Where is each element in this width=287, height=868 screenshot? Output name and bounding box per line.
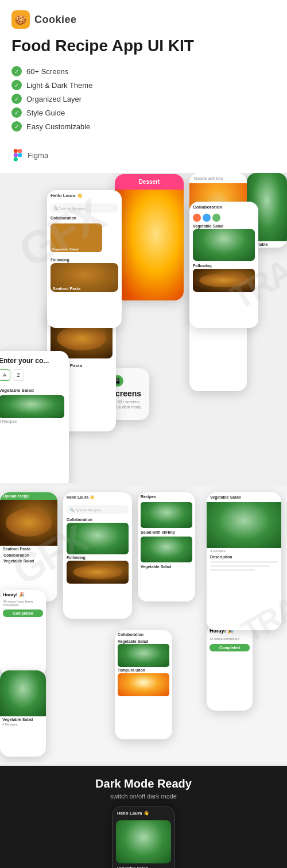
hello-2: Hello Laura 👋 [63, 492, 132, 503]
veggie-salad-sm: Vegetable Salad [0, 716, 46, 723]
feature-item-1: ✓ 60+ Screens [11, 66, 276, 76]
horay-sub-2: All steps have been completed [0, 600, 46, 607]
veggie-detail-img [207, 502, 281, 548]
recipes-label: Recipes [138, 492, 195, 501]
dark-mode-section: Dark Mode Ready switch on/off dark mode … [0, 766, 287, 868]
collab-label-3: Collaboration [63, 516, 132, 523]
phone-center-1: Hello Laura 👋 🔍 Type for Recipes... Coll… [63, 492, 132, 619]
veggie-salad-detail: Vegetable Salad [207, 492, 281, 502]
recipe-count: 4 Recipes [0, 418, 69, 425]
seafood-label: Seafood Pasta [53, 287, 80, 291]
svg-point-4 [18, 153, 22, 157]
phone-collab-right: Collaboration Vegetable Salad Following [189, 202, 258, 328]
following-label: Following [47, 257, 122, 263]
svg-rect-1 [18, 149, 22, 153]
veggie-enter-image [0, 395, 64, 418]
phone-veggie-sm: Vegetable Salad 4 Recipes [0, 670, 46, 757]
food-img-2 [0, 500, 57, 546]
completed-btn-2[interactable]: Completed [3, 609, 43, 617]
svg-rect-2 [14, 153, 18, 157]
tempura-img [118, 673, 169, 696]
features-list: ✓ 60+ Screens ✓ Light & Dark Theme ✓ Org… [11, 66, 276, 135]
collab-label-2: Collaboration [0, 552, 57, 558]
avatar-1 [193, 214, 201, 222]
veggie-bottom: Vegetable Salad [115, 639, 172, 644]
dark-phone-2: Hello Laura 👋 Vegetable Salad Following … [112, 807, 175, 868]
hello-label: Hello Laura 👋 [47, 190, 122, 201]
check-icon-3: ✓ [11, 94, 22, 104]
desc-line-3 [210, 569, 255, 571]
avatar-2 [203, 214, 211, 222]
dessert-label: Dessert [115, 174, 184, 190]
collab-cards-row: Vegetable Salad [47, 221, 122, 254]
main-salad [141, 502, 192, 528]
seafood-card: Seafood Pasta [51, 263, 118, 292]
upload-label-2: Upload recipe [0, 492, 57, 500]
feature-item-3: ✓ Organized Layer [11, 94, 276, 104]
figma-label: Figma [28, 151, 48, 160]
collab-header-right: Collaboration [189, 202, 258, 213]
main-salad-2: Salad with shrimp [138, 529, 195, 535]
tempura-bottom: Tempura udon [115, 667, 172, 673]
check-icon-2: ✓ [11, 80, 22, 90]
search-bar-2: 🔍 Type for Recipes... [67, 505, 129, 514]
collab-bottom-label: Collaboration [115, 630, 172, 639]
code-input-2[interactable]: Z [13, 369, 24, 381]
phone-right-1: Vegetable Salad 4 Recipes Description [207, 492, 281, 630]
dessert-image [115, 190, 184, 300]
veggie-collab-image [193, 229, 255, 261]
feature-item-5: ✓ Easy Customizable [11, 121, 276, 132]
dark-mode-title: Dark Mode Ready [0, 766, 287, 793]
phone-horay-right: Horay! 🎉 All steps completed Completed [207, 624, 253, 711]
phone-recipes: Recipes Salad with shrimp Vegetable Sala… [138, 492, 195, 601]
following-label-2: Following [63, 554, 132, 561]
figma-icon [11, 149, 24, 161]
phone-dessert: Dessert [115, 174, 184, 300]
veggie-salad-label: Vegetable Salad [52, 248, 79, 251]
phone-hello: Hello Laura 👋 🔍 Type for Recipes... Coll… [47, 190, 122, 328]
phone-enter-code: Enter your co... A Z Vegetable Salad 4 R… [0, 351, 69, 483]
code-inputs-row: A Z [0, 367, 69, 383]
veggie-recipes [141, 537, 192, 562]
desc-line-2 [210, 565, 270, 567]
check-icon-4: ✓ [11, 107, 22, 118]
veggie-salad-enter: Vegetable Salad [0, 385, 69, 395]
following-collab: Following [189, 263, 258, 269]
recipe-detail-count: 4 Recipes [207, 548, 281, 554]
avatar-3 [212, 214, 220, 222]
description-label: Description [207, 554, 281, 560]
dark-mode-subtitle: switch on/off dark mode [0, 793, 287, 807]
search-bar-mock: 🔍 Type for Recipes... [51, 203, 118, 213]
code-input-1[interactable]: A [0, 369, 10, 381]
desc-line-1 [210, 561, 278, 563]
dark-veggie-img [116, 820, 171, 863]
veggie-recipes-label: Vegetable Salad [138, 564, 195, 570]
screens-collage-1: GFX TRA Dessert Noodle with tofu Vegetab… [0, 173, 287, 483]
feature-item-4: ✓ Style Guide [11, 107, 276, 118]
completed-right[interactable]: Completed [210, 644, 250, 651]
check-icon-1: ✓ [11, 66, 22, 76]
horay-right-sub: All steps completed [207, 637, 253, 642]
header-section: 🍪 Cookiee Food Recipe App UI KIT ✓ 60+ S… [0, 0, 287, 173]
veggie-salad-2: Vegetable Salad [0, 558, 57, 564]
pasta-collab-image [193, 269, 255, 292]
figma-badge: Figma [11, 149, 276, 161]
veggie-img-sm [0, 670, 46, 716]
dark-veggie-label: Vegetable Salad [113, 865, 174, 868]
check-icon-5: ✓ [11, 121, 22, 132]
pasta-2 [67, 561, 129, 584]
phone-left-1: Upload recipe Seafood Pasta Collaboratio… [0, 492, 57, 601]
recipe-sm: 4 Recipes [0, 723, 46, 726]
veggie-bottom-img [118, 644, 169, 667]
veggie-collab-2 [67, 523, 129, 554]
veggie-salad-card: Vegetable Salad [51, 223, 102, 252]
hero-title: Food Recipe App UI KIT [11, 36, 276, 56]
veggie-salad-collab: Vegetable Salad [189, 223, 258, 229]
dark-hello: Hello Laura 👋 [113, 807, 174, 819]
svg-rect-3 [14, 157, 18, 161]
horay-2: Horay! 🎉 [0, 590, 46, 600]
screens-collage-2: GFX TRA Upload recipe Seafood Pasta Coll… [0, 487, 287, 762]
seafood-image: Seafood Pasta [51, 263, 118, 292]
app-name: Cookiee [34, 14, 77, 26]
seafood-label-2: Seafood Pasta [0, 546, 57, 552]
